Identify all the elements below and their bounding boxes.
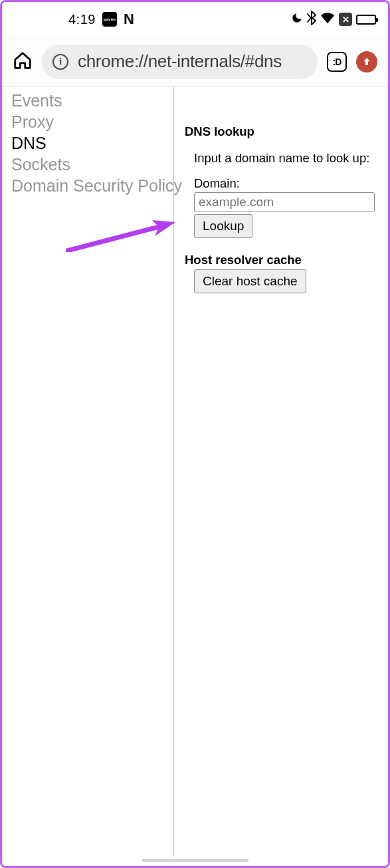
dns-lookup-heading: DNS lookup [185, 124, 377, 139]
gesture-handle[interactable] [142, 859, 248, 862]
dns-lookup-instruction: Input a domain name to look up: [194, 151, 377, 166]
sidebar-item-dns[interactable]: DNS [11, 132, 173, 154]
url-bar[interactable]: i chrome://net-internals/#dns [42, 45, 318, 79]
browser-toolbar: i chrome://net-internals/#dns :D [2, 37, 388, 87]
status-bar: 4:19 paytm N ✕ [2, 2, 388, 37]
host-cache-heading: Host resolver cache [185, 253, 377, 267]
paytm-icon: paytm [102, 12, 117, 27]
sidebar: Events Proxy DNS Sockets Domain Security… [2, 87, 174, 857]
dnd-moon-icon [291, 12, 303, 27]
wifi-icon [320, 12, 335, 27]
sidebar-item-sockets[interactable]: Sockets [11, 154, 173, 175]
url-text: chrome://net-internals/#dns [78, 51, 282, 72]
domain-label: Domain: [194, 176, 377, 191]
sidebar-item-proxy[interactable]: Proxy [11, 111, 173, 132]
bluetooth-icon [307, 11, 316, 29]
netflix-icon: N [124, 11, 134, 28]
site-info-icon[interactable]: i [52, 54, 68, 70]
sidebar-item-events[interactable]: Events [11, 90, 173, 111]
update-button[interactable] [356, 51, 377, 72]
close-notification-icon: ✕ [339, 13, 352, 26]
clear-host-cache-button[interactable]: Clear host cache [194, 269, 306, 293]
tabs-button[interactable]: :D [327, 52, 347, 72]
home-button[interactable] [13, 51, 33, 73]
sidebar-item-domain-security-policy[interactable]: Domain Security Policy [11, 175, 173, 196]
lookup-button[interactable]: Lookup [194, 214, 252, 238]
battery-icon [356, 15, 376, 25]
main-panel: DNS lookup Input a domain name to look u… [174, 87, 388, 857]
status-time: 4:19 [68, 12, 96, 27]
domain-input[interactable] [194, 192, 375, 212]
